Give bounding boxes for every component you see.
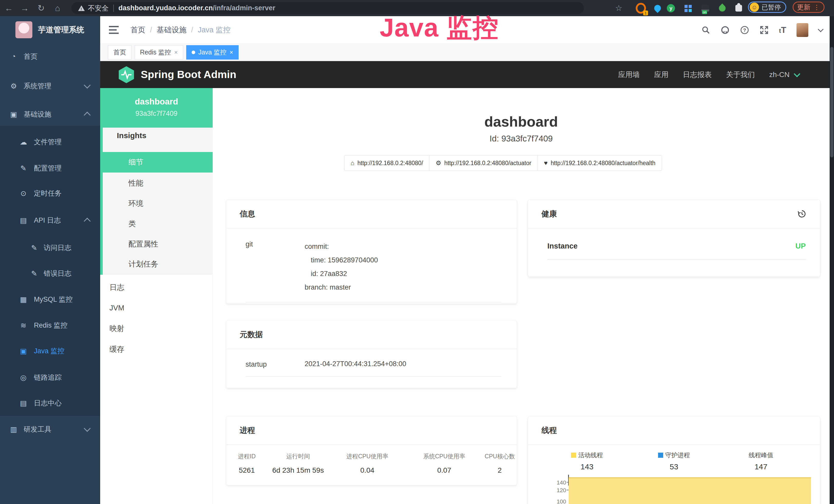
home-icon: ⌂ (351, 159, 354, 167)
browser-back-icon[interactable]: ← (2, 0, 16, 16)
user-menu-caret-icon[interactable] (818, 26, 824, 32)
close-icon[interactable]: × (229, 49, 233, 56)
page-scrollbar[interactable] (830, 16, 834, 504)
sidebar-item-java-monitor[interactable]: ▣Java 监控 (0, 341, 100, 361)
sidebar-item-scheduled-tasks[interactable]: ⊙定时任务 (0, 183, 100, 204)
extension-on-icon[interactable]: on (700, 3, 710, 13)
close-icon[interactable]: × (174, 49, 178, 56)
scrollbar-thumb[interactable] (830, 47, 833, 157)
threads-card-title: 线程 (542, 425, 557, 436)
sba-item-classes[interactable]: 类 (100, 214, 213, 234)
sba-nav-wallboard[interactable]: 应用墙 (618, 70, 640, 79)
sba-item-jvm[interactable]: JVM (100, 298, 213, 318)
breadcrumb-home[interactable]: 首页 (130, 25, 146, 35)
system-cpu: 0.07 (406, 462, 483, 478)
font-size-icon[interactable]: tT (779, 25, 786, 35)
collapse-sidebar-icon[interactable] (109, 26, 119, 34)
log-doc-icon: ▤ (18, 216, 29, 225)
sba-item-mappings[interactable]: 映射 (100, 318, 213, 339)
actuator-url-button[interactable]: ⚙ http://192.168.0.2:48080/actuator (429, 155, 537, 171)
not-secure-icon: ! (78, 5, 85, 11)
monitor-icon: ▣ (8, 110, 19, 119)
url-path[interactable]: /infra/admin-server (213, 4, 275, 12)
tab-home[interactable]: 首页 (108, 45, 132, 60)
process-value-row: 5261 6d 23h 15m 59s 0.04 0.07 2 (226, 462, 517, 478)
sba-item-caches[interactable]: 缓存 (100, 339, 213, 360)
process-cpu: 0.04 (329, 462, 405, 478)
browser-profile-button[interactable]: ☺ 已暂停 (748, 2, 786, 13)
sidebar-item-system[interactable]: ⚙系统管理 (0, 76, 100, 96)
fullscreen-icon[interactable] (760, 25, 769, 35)
chevron-down-icon (84, 82, 91, 89)
sidebar-item-file-mgmt[interactable]: ☁文件管理 (0, 132, 100, 152)
sidebar-item-trace[interactable]: ◎链路追踪 (0, 367, 100, 388)
sba-item-scheduled-tasks[interactable]: 计划任务 (100, 254, 213, 274)
user-avatar[interactable] (796, 23, 808, 37)
extension-leaf-icon[interactable] (717, 3, 727, 13)
cloud-upload-icon: ☁ (18, 138, 29, 146)
error-log-icon: ✎ (28, 269, 40, 278)
extension-pin-icon[interactable] (652, 3, 663, 13)
sidebar-item-dev-tools[interactable]: ▥研发工具 (0, 419, 100, 439)
sba-instance-header[interactable]: dashboard 93a3fc7f7409 (100, 88, 213, 128)
sba-item-environment[interactable]: 环境 (100, 193, 213, 214)
threads-chart: 140 120 100 (554, 474, 811, 504)
sidebar-item-log-center[interactable]: ▤日志中心 (0, 393, 100, 413)
sba-locale-select[interactable]: zh-CN (769, 71, 790, 79)
sidebar-item-infra[interactable]: ▣基础设施 (0, 104, 100, 124)
browser-menu-icon[interactable]: ⋮ (813, 4, 820, 11)
locale-caret-icon (794, 71, 800, 77)
metadata-card: 元数据 startup 2021-04-27T00:44:31.254+08:0… (226, 320, 517, 388)
browser-forward-icon[interactable]: → (18, 0, 32, 16)
sidebar-item-redis-monitor[interactable]: ≋Redis 监控 (0, 315, 100, 336)
search-icon[interactable] (701, 26, 710, 35)
sba-item-config-props[interactable]: 配置属性 (100, 234, 213, 254)
health-instance-row: Instance UP (547, 242, 806, 259)
sidebar-item-api-logs[interactable]: ▤API 日志 (0, 210, 100, 231)
spring-boot-admin-logo[interactable] (119, 66, 134, 83)
chevron-down-icon (84, 425, 91, 432)
sidebar-item-mysql-monitor[interactable]: ▦MySQL 监控 (0, 289, 100, 310)
security-label[interactable]: 不安全 (88, 4, 109, 13)
browser-update-button[interactable]: 更新 ⋮ (793, 2, 825, 13)
sba-item-details[interactable]: 细节 (100, 152, 213, 173)
health-url-button[interactable]: ♥ http://192.168.0.2:48080/actuator/heal… (537, 155, 662, 171)
legend-label-peak: 线程峰值 (749, 451, 773, 459)
tab-redis-monitor[interactable]: Redis 监控 × (135, 45, 183, 60)
browser-reload-icon[interactable]: ↻ (34, 0, 48, 16)
legend-swatch-live (571, 453, 576, 458)
browser-home-icon[interactable]: ⌂ (50, 0, 65, 16)
extensions-puzzle-icon[interactable] (733, 3, 744, 13)
extension-orange-icon[interactable]: 1 (636, 3, 646, 13)
legend-label-daemon: 守护进程 (665, 451, 690, 459)
sba-detail-view: dashboard Id: 93a3fc7f7409 ⌂ http://192.… (213, 88, 830, 504)
sba-nav-journal[interactable]: 日志报表 (683, 70, 712, 79)
sba-nav-applications[interactable]: 应用 (654, 70, 668, 79)
help-icon[interactable]: ? (740, 25, 749, 35)
sidebar-item-error-logs[interactable]: ✎错误日志 (0, 263, 100, 284)
health-card: 健康 Instance UP (528, 200, 820, 277)
app-logo (16, 21, 32, 38)
legend-value-peak: 147 (717, 462, 805, 471)
app-logo-row[interactable]: 芋道管理系统 (16, 21, 84, 38)
extension-y-icon[interactable]: y (666, 3, 676, 13)
sidebar-item-config-mgmt[interactable]: ✎配置管理 (0, 158, 100, 179)
wrench-icon: ⚙ (436, 159, 441, 167)
tab-java-monitor[interactable]: Java 监控 × (186, 45, 239, 60)
sidebar-item-home[interactable]: ◔首页 (0, 46, 100, 67)
sba-item-metrics[interactable]: 性能 (100, 173, 213, 193)
history-icon[interactable] (797, 209, 807, 219)
extension-grid-icon[interactable] (683, 3, 693, 13)
url-host[interactable]: dashboard.yudao.iocoder.cn (118, 4, 213, 12)
sidebar-item-access-logs[interactable]: ✎访问日志 (0, 237, 100, 258)
sba-item-logfile[interactable]: 日志 (100, 277, 213, 298)
bookmark-star-icon[interactable]: ☆ (615, 0, 622, 16)
sba-nav-about[interactable]: 关于我们 (726, 70, 755, 79)
instance-title: dashboard (213, 113, 830, 130)
breadcrumb-infra[interactable]: 基础设施 (157, 25, 186, 35)
service-url-button[interactable]: ⌂ http://192.168.0.2:48080/ (344, 155, 430, 171)
sba-brand-title[interactable]: Spring Boot Admin (141, 69, 236, 81)
ytick-label-140: 140 (554, 479, 566, 486)
github-icon[interactable] (721, 25, 730, 35)
process-uptime: 6d 23h 15m 59s (267, 462, 329, 478)
